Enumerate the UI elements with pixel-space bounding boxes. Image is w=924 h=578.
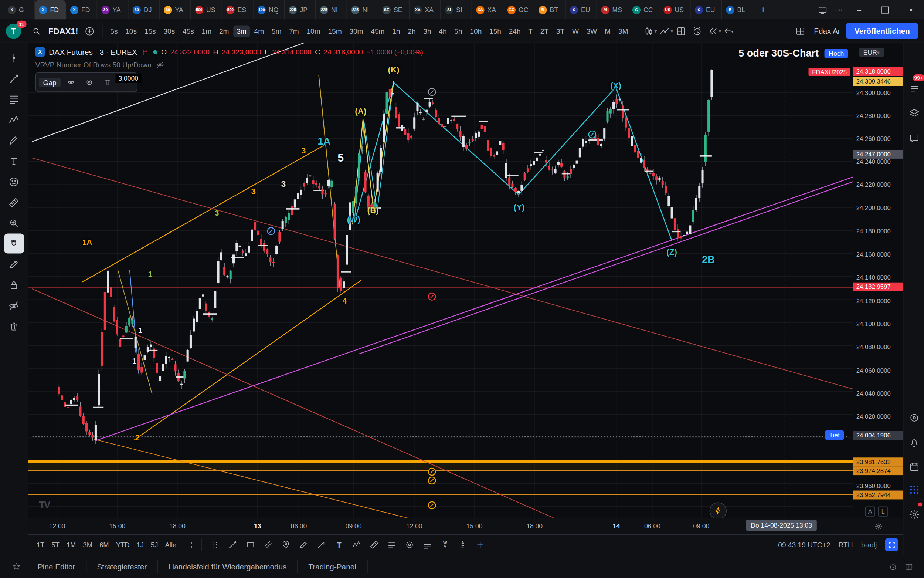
- wave-label-2[interactable]: 2: [135, 433, 139, 442]
- chart-legend[interactable]: X DAX Futures · 3 · EUREX O24.322,0000H2…: [36, 47, 423, 57]
- alert-icon[interactable]: [689, 23, 705, 39]
- timeframe-45m[interactable]: 45m: [367, 25, 388, 37]
- wave-label-3[interactable]: 3: [281, 179, 286, 189]
- layout-grid-icon[interactable]: [673, 23, 689, 39]
- range-alle[interactable]: Alle: [162, 539, 180, 550]
- footer-tab-pine-editor[interactable]: Pine Editor: [27, 560, 86, 573]
- timeframe-1h[interactable]: 1h: [389, 25, 404, 37]
- plus-blue-tool-button[interactable]: [472, 537, 489, 553]
- wave-label-2b[interactable]: 2B: [702, 254, 715, 266]
- target-tool-button[interactable]: [401, 537, 419, 553]
- timeframe-45s[interactable]: 45s: [179, 25, 197, 37]
- currency-selector[interactable]: EUR▾: [859, 48, 884, 57]
- chat-icon[interactable]: [903, 128, 924, 148]
- range-1m[interactable]: 1M: [63, 539, 79, 550]
- apps-icon[interactable]: [903, 479, 924, 499]
- wave-label-w[interactable]: (W): [347, 214, 360, 224]
- range-5j[interactable]: 5J: [147, 539, 162, 550]
- wave-label-3[interactable]: 3: [251, 187, 256, 196]
- crosshair-tool[interactable]: [4, 48, 24, 68]
- browser-tab-ya[interactable]: 30YA: [97, 0, 129, 19]
- fib-tool[interactable]: [4, 89, 24, 109]
- timeframe-1m[interactable]: 1m: [198, 25, 215, 37]
- footer-tab-trading-panel[interactable]: Trading-Panel: [298, 560, 367, 573]
- browser-tab-eu[interactable]: €EU: [691, 0, 722, 19]
- timeframe-5s[interactable]: 5s: [107, 25, 121, 37]
- expand-icon[interactable]: [180, 537, 198, 553]
- wave-label-k[interactable]: (K): [388, 65, 400, 74]
- measure-tool[interactable]: [4, 192, 24, 212]
- eye-off-icon[interactable]: [156, 61, 164, 69]
- compare-add-icon[interactable]: [82, 23, 97, 39]
- browser-tab-jp[interactable]: 225JP: [285, 0, 316, 19]
- gear-icon[interactable]: [903, 504, 924, 524]
- cast-icon[interactable]: [814, 2, 830, 18]
- browser-tab-us[interactable]: USUS: [659, 0, 691, 19]
- rows-tool-button[interactable]: [383, 537, 401, 553]
- range-5t[interactable]: 5T: [48, 539, 63, 550]
- trash-icon[interactable]: [99, 74, 115, 90]
- time-axis[interactable]: Do 14-08-2025 13:03 12:0015:0018:001306:…: [29, 518, 853, 535]
- gap-tool-label[interactable]: Gap: [39, 78, 60, 87]
- wave-label-y[interactable]: (Y): [514, 202, 525, 212]
- wave-label-1[interactable]: 1: [138, 326, 142, 334]
- jump-to-realtime-button[interactable]: [710, 502, 727, 517]
- wave-label-3[interactable]: 3: [215, 209, 219, 218]
- publish-button[interactable]: Veröffentlichen: [846, 23, 918, 39]
- scale-button-l[interactable]: L: [878, 507, 888, 516]
- text-letter-T-tool-button[interactable]: T: [330, 537, 348, 553]
- pencil-tool-button[interactable]: [295, 537, 313, 553]
- wave-label-1a[interactable]: 1A: [83, 238, 92, 247]
- footer-tab-handelsfeld-f-r-wiedergabemodus[interactable]: Handelsfeld für Wiedergabemodus: [158, 560, 298, 573]
- trash-tool[interactable]: [4, 316, 24, 336]
- wave-label-5[interactable]: 5: [337, 152, 344, 164]
- undo-icon[interactable]: [721, 23, 737, 39]
- browser-tab-xa[interactable]: XAXA: [409, 0, 441, 19]
- axis-settings-corner[interactable]: [853, 518, 903, 535]
- wave-label-1[interactable]: 1: [132, 357, 137, 365]
- measure-tool-button[interactable]: [366, 537, 383, 553]
- browser-tab-ni[interactable]: 225NI: [347, 0, 379, 19]
- timeframe-3T[interactable]: 3T: [553, 25, 568, 37]
- panel-toggle-icon[interactable]: [905, 562, 913, 571]
- timeframe-15m[interactable]: 15m: [325, 25, 345, 37]
- browser-tab-si[interactable]: SISI: [441, 0, 473, 19]
- magnet-tool[interactable]: [4, 233, 24, 253]
- chart-area[interactable]: X DAX Futures · 3 · EUREX O24.322,0000H2…: [29, 43, 853, 517]
- timeframe-3W[interactable]: 3W: [583, 25, 600, 37]
- bell-icon[interactable]: [903, 432, 924, 452]
- screenshot-button[interactable]: [885, 538, 898, 551]
- wave-label-b[interactable]: (B): [367, 205, 379, 215]
- zoom-tool[interactable]: [4, 213, 24, 233]
- chevron-down-icon[interactable]: ▾: [654, 28, 657, 34]
- wave-label-4[interactable]: 4: [343, 296, 347, 305]
- timeframe-15s[interactable]: 15s: [141, 25, 159, 37]
- user-avatar[interactable]: T 11: [6, 23, 21, 39]
- layout-name[interactable]: Fdax Ar: [814, 27, 840, 36]
- adjust-label[interactable]: b-adj: [861, 541, 877, 549]
- timeline-icon[interactable]: [888, 562, 897, 571]
- flag-icon[interactable]: [141, 48, 149, 56]
- timeframe-5m[interactable]: 5m: [268, 25, 285, 37]
- browser-tab-xa[interactable]: XAXA: [472, 0, 503, 19]
- pencil-tool[interactable]: [4, 254, 24, 274]
- text-tool-tool[interactable]: [4, 151, 24, 171]
- timeframe-24h[interactable]: 24h: [505, 25, 524, 37]
- window-maximize-button[interactable]: [872, 0, 898, 19]
- browser-tab-fd[interactable]: XFD: [66, 0, 97, 19]
- timeframe-30m[interactable]: 30m: [346, 25, 367, 37]
- wave-label-3[interactable]: 3: [301, 146, 306, 155]
- timeframe-4m[interactable]: 4m: [251, 25, 268, 37]
- eye-off-tool[interactable]: [4, 295, 24, 315]
- timeframe-15h[interactable]: 15h: [485, 25, 505, 37]
- wave-label-x[interactable]: (X): [610, 81, 621, 90]
- timeframe-10s[interactable]: 10s: [122, 25, 141, 37]
- timeframe-3h[interactable]: 3h: [420, 25, 435, 37]
- timeframe-7m[interactable]: 7m: [286, 25, 303, 37]
- browser-tab-nq[interactable]: 100NQ: [254, 0, 285, 19]
- pin-tool-button[interactable]: [277, 537, 295, 553]
- browser-tab-cc[interactable]: CCC: [628, 0, 660, 19]
- legend-title[interactable]: DAX Futures · 3 · EUREX: [49, 47, 137, 56]
- timeframe-10h[interactable]: 10h: [466, 25, 485, 37]
- price-axis[interactable]: EUR▾ AL 24.318,000024.309,344624.300,000…: [853, 43, 903, 517]
